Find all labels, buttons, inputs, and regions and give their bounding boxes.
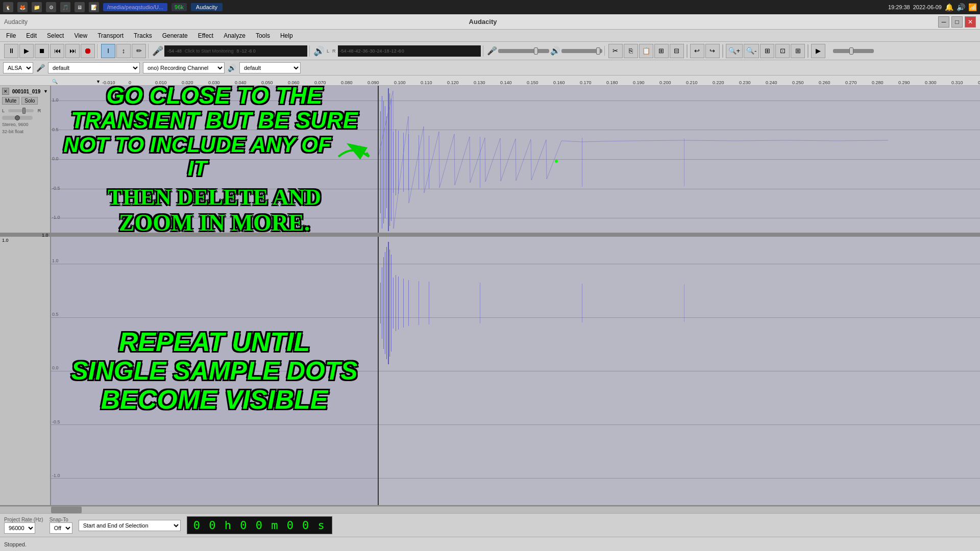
input-device-select[interactable]: default [48, 62, 140, 73]
menu-file[interactable]: File [2, 31, 20, 40]
menu-select[interactable]: Select [43, 31, 68, 40]
zoom-out-button[interactable]: 🔍- [744, 44, 759, 58]
ruler-tick: 0.210 [686, 80, 698, 85]
track-title-row: ✕ 000101_019 ▼ [2, 88, 48, 95]
play-region-btn[interactable]: ▶ [811, 44, 825, 58]
recording-channel-select[interactable]: ono) Recording Channel [143, 62, 225, 73]
snap-to-select[interactable]: Off On [50, 522, 72, 534]
path-btn[interactable]: /media/peaqstudio/U... [103, 3, 167, 11]
silence-button[interactable]: ⊟ [670, 44, 684, 58]
menu-tools[interactable]: Tools [252, 31, 274, 40]
menu-edit[interactable]: Edit [22, 31, 41, 40]
edit-tools: I ↕ ✏ [99, 44, 149, 58]
svg-rect-37 [684, 284, 684, 322]
ruler-zoom-icon[interactable]: 🔍 [52, 79, 58, 84]
horizontal-scrollbar[interactable] [0, 506, 980, 513]
copy-button[interactable]: ⎘ [624, 44, 638, 58]
stop-button[interactable]: ⏹ [35, 44, 49, 58]
menu-analyze[interactable]: Analyze [219, 31, 250, 40]
ruler-tick: 0.280 [872, 80, 884, 85]
svg-rect-7 [391, 98, 391, 221]
play-button[interactable]: ▶ [19, 44, 34, 58]
y-label-top-1: 1.0 [52, 97, 59, 103]
ruler-collapse-icon[interactable]: ▼ [96, 79, 101, 84]
undo-button[interactable]: ↩ [690, 44, 704, 58]
maximize-button[interactable]: □ [951, 16, 963, 28]
track-volume-slider[interactable] [8, 109, 34, 112]
selection-type-select[interactable]: Start and End of Selection Length and Ce… [79, 520, 181, 531]
ruler-tick: 0.170 [580, 80, 592, 85]
output-volume-slider[interactable] [561, 49, 602, 53]
svg-rect-3 [385, 106, 385, 218]
trim-button[interactable]: ⊞ [654, 44, 669, 58]
mute-button[interactable]: Mute [2, 97, 19, 105]
taskbar-icon-1[interactable]: 🦊 [17, 2, 28, 12]
ruler-tick: 0.200 [659, 80, 671, 85]
rate-btn[interactable]: 96k [172, 3, 187, 11]
audacity-taskbar-button[interactable]: Audacity [191, 3, 223, 11]
playback-cursor [829, 49, 878, 53]
output-meter-display[interactable]: -54 -48 -42 -36 -30 -24 -18 -12 -6 0 [338, 45, 481, 57]
menu-help[interactable]: Help [276, 31, 297, 40]
playback-speed-slider[interactable] [833, 49, 874, 53]
envelope-tool-button[interactable]: ↕ [116, 44, 131, 58]
track-title: 000101_019 [12, 89, 41, 94]
input-meter[interactable]: -54 -48 Click to Start Monitoring 8 -12 … [164, 45, 307, 57]
taskbar-icon-6[interactable]: 📝 [89, 2, 99, 12]
y-label-bot-n05: -0.5 [52, 419, 60, 424]
pause-button[interactable]: ⏸ [4, 44, 18, 58]
record-button[interactable]: ⏺ [81, 44, 95, 58]
taskbar-icon-4[interactable]: 🎵 [60, 2, 70, 12]
taskbar-icon-3[interactable]: ⚙ [46, 2, 56, 12]
output-device-select[interactable]: default [239, 62, 301, 73]
audio-host-select[interactable]: ALSA [3, 62, 33, 73]
scrollbar-thumb[interactable] [51, 507, 82, 513]
menu-tracks[interactable]: Tracks [130, 31, 156, 40]
skip-start-button[interactable]: ⏮ [50, 44, 64, 58]
project-rate-select[interactable]: 96000 44100 48000 [4, 522, 35, 534]
minimize-button[interactable]: ─ [938, 16, 949, 28]
mic-device-icon: 🎤 [36, 64, 45, 72]
menu-generate[interactable]: Generate [158, 31, 192, 40]
clock-area: 19:29:38 2022-06-09 🔔 🔊 📶 [888, 3, 977, 11]
track-close-button[interactable]: ✕ [2, 88, 9, 95]
taskbar-icon-2[interactable]: 📁 [32, 2, 42, 12]
paste-button[interactable]: 📋 [639, 44, 653, 58]
taskbar-icon-5[interactable]: 🖥 [75, 2, 85, 12]
menu-transport[interactable]: Transport [93, 31, 128, 40]
svg-rect-31 [403, 279, 404, 328]
select-tool-button[interactable]: I [101, 44, 115, 58]
monitor-label[interactable]: Click to Start Monitoring [183, 48, 236, 54]
mic-volume-slider[interactable] [498, 49, 549, 53]
zoom-in-button[interactable]: 🔍+ [726, 44, 743, 58]
system-date: 2022-06-09 [913, 4, 942, 10]
zoom-fit-v-button[interactable]: ⊞ [791, 44, 805, 58]
ruler-tick: 0.010 [155, 80, 167, 85]
waveform-svg-bottom [378, 237, 980, 505]
svg-rect-33 [419, 281, 419, 325]
system-time: 19:29:38 [888, 4, 910, 10]
menu-effect[interactable]: Effect [194, 31, 217, 40]
project-rate-label: Project Rate (Hz) [4, 517, 43, 522]
close-button[interactable]: ✕ [965, 16, 976, 28]
zoom-fit-button[interactable]: ⊡ [775, 44, 790, 58]
pencil-tool-button[interactable]: ✏ [132, 44, 146, 58]
notifications-icon[interactable]: 🔔 [945, 3, 953, 11]
menu-view[interactable]: View [70, 31, 91, 40]
track-info: Stereo, 9600 [2, 122, 48, 127]
solo-button[interactable]: Solo [21, 97, 38, 105]
skip-end-button[interactable]: ⏭ [65, 44, 80, 58]
cut-button[interactable]: ✂ [608, 44, 623, 58]
start-menu-icon[interactable]: 🐧 [3, 2, 13, 12]
track-bottom-label: 1.0 [2, 238, 9, 243]
network-icon[interactable]: 📶 [968, 3, 977, 11]
zoom-sel-button[interactable]: ⊞ [760, 44, 774, 58]
ruler-tick: 0.230 [739, 80, 751, 85]
track-menu-button[interactable]: ▼ [43, 89, 48, 94]
volume-icon[interactable]: 🔊 [957, 3, 965, 11]
ruler-tick: 0.070 [314, 80, 326, 85]
redo-button[interactable]: ↪ [705, 44, 720, 58]
pan-control-top[interactable] [2, 116, 33, 120]
svg-rect-15 [480, 137, 480, 188]
ruler-tick: 0.190 [633, 80, 645, 85]
